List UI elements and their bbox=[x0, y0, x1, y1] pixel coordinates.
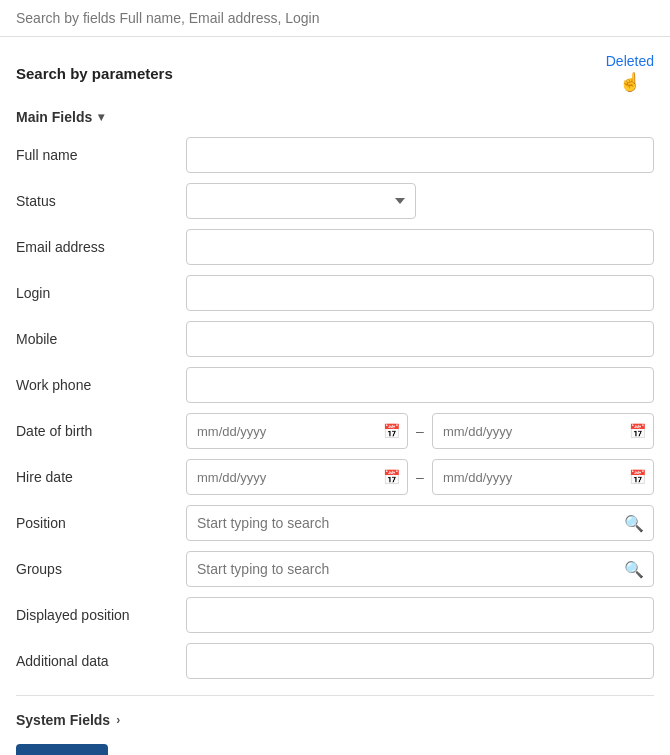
position-row: Position 🔍 bbox=[16, 505, 654, 541]
displayed-position-row: Displayed position bbox=[16, 597, 654, 633]
status-label: Status bbox=[16, 193, 186, 209]
mobile-input-wrapper bbox=[186, 321, 654, 357]
position-search-wrapper: 🔍 bbox=[186, 505, 654, 541]
work-phone-label: Work phone bbox=[16, 377, 186, 393]
main-fields-label: Main Fields bbox=[16, 109, 92, 125]
chevron-right-icon: › bbox=[116, 713, 120, 727]
additional-data-label: Additional data bbox=[16, 653, 186, 669]
date-separator-dob: – bbox=[416, 423, 424, 439]
groups-search-wrapper: 🔍 bbox=[186, 551, 654, 587]
displayed-position-label: Displayed position bbox=[16, 607, 186, 623]
full-name-label: Full name bbox=[16, 147, 186, 163]
full-name-input-wrapper bbox=[186, 137, 654, 173]
hire-date-range: 📅 – 📅 bbox=[186, 459, 654, 495]
system-fields-section-header[interactable]: System Fields › bbox=[16, 712, 654, 728]
date-of-birth-from-input[interactable] bbox=[186, 413, 408, 449]
date-of-birth-label: Date of birth bbox=[16, 423, 186, 439]
top-search-input[interactable] bbox=[16, 10, 654, 26]
work-phone-input-wrapper bbox=[186, 367, 654, 403]
date-of-birth-range: 📅 – 📅 bbox=[186, 413, 654, 449]
work-phone-input[interactable] bbox=[186, 367, 654, 403]
login-input[interactable] bbox=[186, 275, 654, 311]
date-separator-hire: – bbox=[416, 469, 424, 485]
header-row: Search by parameters Deleted ☝ bbox=[16, 53, 654, 93]
groups-search-input[interactable] bbox=[186, 551, 654, 587]
mobile-label: Mobile bbox=[16, 331, 186, 347]
work-phone-row: Work phone bbox=[16, 367, 654, 403]
status-select[interactable]: Active Inactive Deleted bbox=[186, 183, 416, 219]
login-input-wrapper bbox=[186, 275, 654, 311]
deleted-section: Deleted ☝ bbox=[606, 53, 654, 93]
additional-data-row: Additional data bbox=[16, 643, 654, 679]
position-label: Position bbox=[16, 515, 186, 531]
date-of-birth-to-wrapper: 📅 bbox=[432, 413, 654, 449]
date-of-birth-row: Date of birth 📅 – 📅 bbox=[16, 413, 654, 449]
hire-date-to-wrapper: 📅 bbox=[432, 459, 654, 495]
email-row: Email address bbox=[16, 229, 654, 265]
hire-date-label: Hire date bbox=[16, 469, 186, 485]
content-area: Search by parameters Deleted ☝ Main Fiel… bbox=[0, 37, 670, 755]
chevron-down-icon: ▾ bbox=[98, 110, 104, 124]
search-button[interactable]: Search bbox=[16, 744, 108, 755]
additional-data-input[interactable] bbox=[186, 643, 654, 679]
email-input[interactable] bbox=[186, 229, 654, 265]
hire-date-row: Hire date 📅 – 📅 bbox=[16, 459, 654, 495]
additional-data-input-wrapper bbox=[186, 643, 654, 679]
email-label: Email address bbox=[16, 239, 186, 255]
search-by-params-label: Search by parameters bbox=[16, 65, 173, 82]
login-row: Login bbox=[16, 275, 654, 311]
hire-date-to-input[interactable] bbox=[432, 459, 654, 495]
groups-label: Groups bbox=[16, 561, 186, 577]
displayed-position-input[interactable] bbox=[186, 597, 654, 633]
status-input-wrapper: Active Inactive Deleted bbox=[186, 183, 654, 219]
section-divider bbox=[16, 695, 654, 696]
full-name-row: Full name bbox=[16, 137, 654, 173]
groups-row: Groups 🔍 bbox=[16, 551, 654, 587]
status-row: Status Active Inactive Deleted bbox=[16, 183, 654, 219]
system-fields-label: System Fields bbox=[16, 712, 110, 728]
date-of-birth-to-input[interactable] bbox=[432, 413, 654, 449]
deleted-link[interactable]: Deleted bbox=[606, 53, 654, 69]
top-search-bar bbox=[0, 0, 670, 37]
cursor-icon: ☝ bbox=[619, 71, 641, 93]
email-input-wrapper bbox=[186, 229, 654, 265]
hire-date-from-input[interactable] bbox=[186, 459, 408, 495]
date-of-birth-from-wrapper: 📅 bbox=[186, 413, 408, 449]
login-label: Login bbox=[16, 285, 186, 301]
mobile-row: Mobile bbox=[16, 321, 654, 357]
hire-date-from-wrapper: 📅 bbox=[186, 459, 408, 495]
displayed-position-input-wrapper bbox=[186, 597, 654, 633]
main-fields-section-header[interactable]: Main Fields ▾ bbox=[16, 109, 654, 125]
position-search-input[interactable] bbox=[186, 505, 654, 541]
full-name-input[interactable] bbox=[186, 137, 654, 173]
mobile-input[interactable] bbox=[186, 321, 654, 357]
